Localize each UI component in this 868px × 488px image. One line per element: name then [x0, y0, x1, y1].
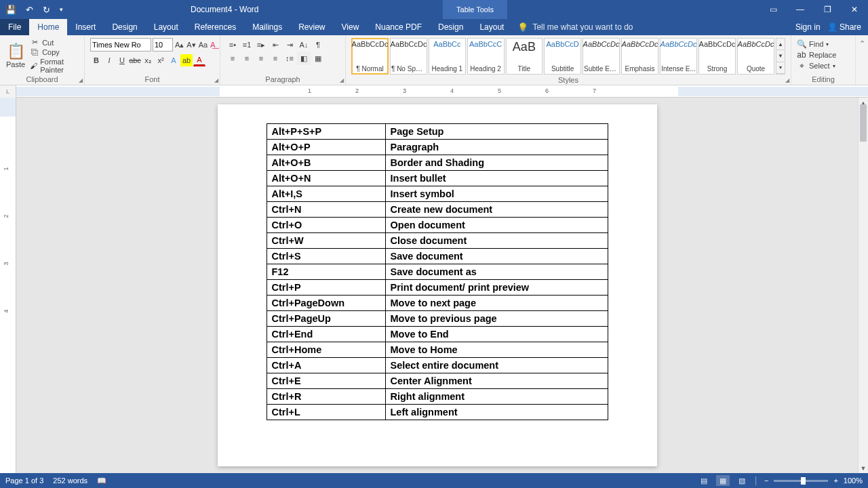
- bullets-icon[interactable]: ≡•: [226, 38, 239, 52]
- style--normal[interactable]: AaBbCcDc¶ Normal: [351, 38, 389, 75]
- indent-icon[interactable]: ⇥: [283, 38, 296, 52]
- style-subtitle[interactable]: AaBbCcDSubtitle: [544, 38, 581, 75]
- print-layout-icon[interactable]: ▦: [716, 475, 730, 486]
- table-row[interactable]: Ctrl+ASelect entire document: [267, 358, 608, 373]
- tab-home[interactable]: Home: [29, 19, 67, 35]
- table-row[interactable]: Ctrl+WClose document: [267, 233, 608, 249]
- shading-icon[interactable]: ◧: [297, 52, 311, 65]
- font-color-icon[interactable]: A: [193, 54, 205, 66]
- style-intense-e-[interactable]: AaBbCcDcIntense E...: [660, 38, 697, 75]
- superscript-button[interactable]: x²: [155, 54, 167, 66]
- horizontal-ruler[interactable]: L 1 2 3 4 5 6 7: [0, 85, 868, 98]
- select-button[interactable]: ⌖Select ▾: [797, 61, 850, 70]
- borders-icon[interactable]: ▦: [311, 52, 325, 65]
- scroll-thumb[interactable]: [860, 104, 867, 142]
- tab-file[interactable]: File: [0, 19, 29, 35]
- maximize-icon[interactable]: ❐: [814, 0, 841, 19]
- italic-button[interactable]: I: [103, 54, 115, 66]
- find-button[interactable]: 🔍Find ▾: [797, 39, 850, 49]
- word-count[interactable]: 252 words: [53, 476, 87, 485]
- save-icon[interactable]: 💾: [5, 5, 16, 15]
- page-indicator[interactable]: Page 1 of 3: [5, 476, 43, 485]
- tab-nuance-pdf[interactable]: Nuance PDF: [367, 19, 430, 35]
- show-marks-icon[interactable]: ¶: [311, 38, 325, 52]
- style-emphasis[interactable]: AaBbCcDcEmphasis: [621, 38, 658, 75]
- tell-me-search[interactable]: 💡 Tell me what you want to do: [517, 22, 633, 33]
- gallery-down-icon[interactable]: ▼: [776, 50, 785, 62]
- collapse-ribbon-icon[interactable]: ⌃: [856, 35, 868, 85]
- multilevel-icon[interactable]: ≡▸: [254, 38, 268, 52]
- shortcuts-table[interactable]: Alt+P+S+PPage SetupAlt+O+PParagraphAlt+O…: [267, 123, 608, 420]
- sign-in-link[interactable]: Sign in: [795, 22, 821, 32]
- table-row[interactable]: Ctrl+NCreate new document: [267, 202, 608, 218]
- undo-icon[interactable]: ↶: [26, 5, 33, 15]
- sort-icon[interactable]: A↓: [297, 38, 311, 52]
- gallery-up-icon[interactable]: ▲: [776, 39, 785, 50]
- style-heading-2[interactable]: AaBbCcCHeading 2: [467, 38, 505, 75]
- table-row[interactable]: Alt+P+S+PPage Setup: [267, 124, 608, 140]
- document-scroll[interactable]: Alt+P+S+PPage SetupAlt+O+PParagraphAlt+O…: [16, 98, 858, 473]
- strike-button[interactable]: abc: [129, 54, 141, 66]
- document-page[interactable]: Alt+P+S+PPage SetupAlt+O+PParagraphAlt+O…: [218, 104, 657, 466]
- outdent-icon[interactable]: ⇤: [269, 38, 282, 52]
- table-row[interactable]: Ctrl+PageDownMove to next page: [267, 296, 608, 311]
- style--no-spac-[interactable]: AaBbCcDc¶ No Spac...: [390, 38, 427, 75]
- table-row[interactable]: Ctrl+SSave document: [267, 249, 608, 264]
- cut-button[interactable]: ✂Cut: [30, 38, 79, 47]
- tab-design[interactable]: Design: [430, 19, 471, 35]
- table-row[interactable]: Ctrl+RRight alignment: [267, 389, 608, 405]
- zoom-slider[interactable]: [774, 480, 828, 482]
- dialog-launcher-icon[interactable]: ◢: [214, 77, 218, 83]
- spell-check-icon[interactable]: 📖: [97, 476, 106, 485]
- style-heading-1[interactable]: AaBbCcHeading 1: [429, 38, 466, 75]
- copy-button[interactable]: ⿻Copy: [30, 48, 79, 56]
- table-row[interactable]: Ctrl+HomeMove to Home: [267, 342, 608, 358]
- shrink-font-icon[interactable]: A▾: [186, 39, 196, 51]
- share-button[interactable]: 👤 Share: [827, 22, 861, 32]
- grow-font-icon[interactable]: A▴: [174, 39, 184, 51]
- table-row[interactable]: Alt+O+BBorder and Shading: [267, 155, 608, 171]
- font-name-input[interactable]: [90, 38, 151, 52]
- align-right-icon[interactable]: ≡: [254, 52, 268, 65]
- table-row[interactable]: Ctrl+EndMove to End: [267, 327, 608, 342]
- dialog-launcher-icon[interactable]: ◢: [79, 77, 83, 83]
- align-center-icon[interactable]: ≡: [240, 52, 254, 65]
- subscript-button[interactable]: x₂: [142, 54, 154, 66]
- redo-icon[interactable]: ↻: [43, 5, 50, 15]
- tab-design[interactable]: Design: [104, 19, 145, 35]
- close-icon[interactable]: ✕: [841, 0, 868, 19]
- table-row[interactable]: Ctrl+LLeft alignment: [267, 405, 608, 420]
- table-row[interactable]: Ctrl+ECenter Alignment: [267, 373, 608, 389]
- font-size-input[interactable]: [153, 38, 173, 52]
- tab-insert[interactable]: Insert: [67, 19, 104, 35]
- justify-icon[interactable]: ≡: [269, 52, 282, 65]
- table-row[interactable]: Alt+I,SInsert symbol: [267, 186, 608, 202]
- underline-button[interactable]: U: [116, 54, 128, 66]
- format-painter-button[interactable]: 🖌Format Painter: [30, 58, 79, 74]
- tab-review[interactable]: Review: [290, 19, 333, 35]
- line-spacing-icon[interactable]: ↕≡: [283, 52, 296, 65]
- paste-button[interactable]: 📋 Paste: [5, 38, 26, 73]
- text-effects-icon[interactable]: A: [167, 54, 180, 66]
- tab-mailings[interactable]: Mailings: [244, 19, 290, 35]
- tab-view[interactable]: View: [334, 19, 368, 35]
- qat-more-icon[interactable]: ▾: [60, 6, 63, 13]
- tab-layout[interactable]: Layout: [471, 19, 512, 35]
- style-subtle-em-[interactable]: AaBbCcDcSubtle Em...: [583, 38, 620, 75]
- table-row[interactable]: Ctrl+OOpen document: [267, 218, 608, 233]
- table-row[interactable]: F12Save document as: [267, 264, 608, 280]
- ribbon-options-icon[interactable]: ▭: [760, 0, 787, 19]
- read-mode-icon[interactable]: ▤: [697, 475, 711, 486]
- table-row[interactable]: Alt+O+NInsert bullet: [267, 171, 608, 186]
- change-case-icon[interactable]: Aa: [198, 39, 208, 51]
- tab-references[interactable]: References: [186, 19, 244, 35]
- style-strong[interactable]: AaBbCcDcStrong: [698, 38, 736, 75]
- gallery-more-icon[interactable]: ▾: [776, 62, 785, 74]
- vertical-ruler[interactable]: 1 2 3 4: [0, 98, 16, 473]
- dialog-launcher-icon[interactable]: ◢: [785, 77, 789, 83]
- numbering-icon[interactable]: ≡1: [240, 38, 254, 52]
- table-row[interactable]: Ctrl+PageUpMove to previous page: [267, 311, 608, 327]
- vertical-scrollbar[interactable]: ▲ ▼: [858, 98, 868, 473]
- minimize-icon[interactable]: —: [787, 0, 814, 19]
- zoom-in-icon[interactable]: +: [833, 476, 837, 485]
